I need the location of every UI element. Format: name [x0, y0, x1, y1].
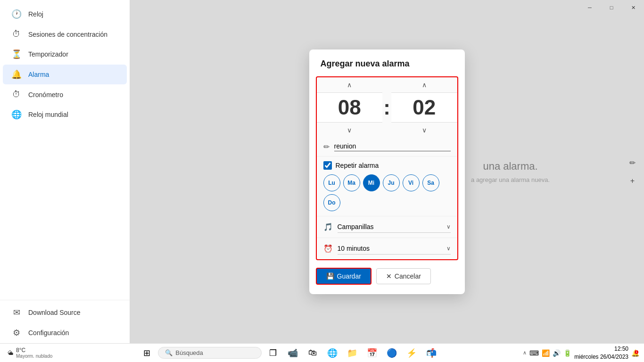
repeat-section: Repetir alarma LuMaMiJuViSaDo [317, 156, 457, 216]
weather-widget[interactable]: 🌥 8°C Mayorm. nublado [4, 345, 56, 361]
minutes-value: 02 [405, 96, 443, 119]
clock-time: 12:50 [574, 345, 628, 353]
repeat-checkbox[interactable] [323, 161, 332, 170]
taskbar-right: ∧ ⌨ 📶 🔊 🔋 12:50 miércoles 26/04/2023 🔔 1 [518, 345, 644, 361]
hours-up-button[interactable]: ∧ [317, 77, 383, 92]
repeat-label: Repetir alarma [323, 161, 451, 170]
sidebar-item-alarma[interactable]: 🔔 Alarma [3, 65, 127, 84]
alarm-name-field: ✏ [317, 138, 457, 156]
nav-label-download: Download Source [28, 309, 81, 316]
edit-icon: ✏ [323, 142, 330, 151]
start-button[interactable]: ⊞ [138, 345, 155, 362]
weather-icon: 🌥 [8, 350, 13, 356]
clock-app[interactable]: 📬 [423, 345, 440, 362]
dialog-title: Agregar nueva alarma [309, 49, 465, 76]
taskview-button[interactable]: ❐ [264, 345, 281, 362]
sidebar-item-concentracion[interactable]: ⏱ Sesiones de concentración [3, 25, 127, 44]
chrome-app[interactable]: 🔵 [383, 345, 400, 362]
day-button-lu[interactable]: Lu [323, 174, 340, 191]
snooze-dropdown-wrapper: 5 minutos10 minutos15 minutos20 minutos … [338, 243, 451, 255]
weather-desc: Mayorm. nublado [16, 354, 52, 359]
day-button-sa[interactable]: Sa [422, 174, 439, 191]
minutes-up-button[interactable]: ∧ [391, 77, 457, 92]
cancel-button[interactable]: ✕ Cancelar [376, 268, 431, 284]
nav-icon-alarma: 🔔 [11, 69, 22, 80]
sidebar-bottom: ✉ Download Source⚙ Configuración [0, 300, 130, 343]
nav-label-temporizador: Temporizador [28, 50, 68, 58]
window-controls: ─ □ ✕ [579, 0, 644, 15]
sidebar-item-mundial[interactable]: 🌐 Reloj mundial [3, 105, 127, 124]
day-button-do[interactable]: Do [323, 194, 340, 211]
sound-dropdown-wrapper: CampanillasTimbreAlarma clásica ∨ [338, 221, 451, 233]
snooze-select[interactable]: 5 minutos10 minutos15 minutos20 minutos [338, 243, 451, 255]
alarm-name-input[interactable] [334, 142, 451, 151]
nav-icon-mundial: 🌐 [11, 109, 22, 120]
day-button-ma[interactable]: Ma [343, 174, 360, 191]
time-picker: ∧ 08 ∨ : ∧ 02 ∨ [317, 77, 457, 138]
tray-icons: ∧ [523, 350, 527, 356]
nav-label-cronometro: Cronómetro [28, 91, 63, 99]
save-button[interactable]: 💾 Guardar [316, 268, 372, 285]
days-row: LuMaMiJuViSaDo [323, 174, 451, 211]
explorer-app[interactable]: 📁 [344, 345, 361, 362]
taskbar-center: ⊞ 🔍 Búsqueda ❐ 📹 🛍 🌐 📁 📅 🔵 ⚡ 📬 [60, 345, 518, 362]
search-icon: 🔍 [165, 349, 173, 356]
save-label: Guardar [337, 272, 361, 280]
edge-app[interactable]: 🌐 [324, 345, 341, 362]
nav-icon-concentracion: ⏱ [11, 29, 22, 39]
clock-date: miércoles 26/04/2023 [574, 353, 628, 361]
sidebar-item-download[interactable]: ✉ Download Source [3, 303, 127, 322]
sidebar: 🕐 Reloj⏱ Sesiones de concentración⏳ Temp… [0, 0, 130, 343]
hours-column: ∧ 08 ∨ [317, 77, 383, 138]
volume-icon: 🔊 [553, 349, 561, 357]
taskbar-search[interactable]: 🔍 Búsqueda [158, 347, 262, 359]
sidebar-item-cronometro[interactable]: ⏱ Cronómetro [3, 85, 127, 104]
taskbar: 🌥 8°C Mayorm. nublado ⊞ 🔍 Búsqueda ❐ 📹 🛍… [0, 343, 644, 362]
snooze-dropdown-row: ⏰ 5 minutos10 minutos15 minutos20 minuto… [317, 238, 457, 259]
music-icon: 🎵 [323, 222, 333, 231]
save-icon: 💾 [326, 272, 334, 280]
sidebar-item-reloj[interactable]: 🕐 Reloj [3, 4, 127, 24]
meets-app[interactable]: 📹 [284, 345, 301, 362]
sound-select[interactable]: CampanillasTimbreAlarma clásica [338, 221, 451, 233]
calendar-app[interactable]: 📅 [363, 345, 380, 362]
maximize-button[interactable]: □ [601, 0, 622, 15]
terminal-app[interactable]: ⚡ [403, 345, 420, 362]
day-button-ju[interactable]: Ju [383, 174, 400, 191]
notification-area[interactable]: 🔔 1 [631, 349, 639, 357]
nav-icon-download: ✉ [11, 307, 22, 318]
nav-icon-temporizador: ⏳ [11, 49, 22, 59]
minutes-down-button[interactable]: ∨ [391, 123, 457, 138]
nav-label-reloj: Reloj [28, 10, 43, 18]
battery-icon: 🔋 [563, 349, 571, 357]
modal-overlay: Agregar nueva alarma ∧ 08 ∨ : ∧ [130, 0, 644, 343]
alarm-config-area: ∧ 08 ∨ : ∧ 02 ∨ [316, 76, 458, 260]
nav-icon-reloj: 🕐 [11, 9, 22, 19]
cancel-label: Cancelar [395, 272, 421, 280]
nav-icon-cronometro: ⏱ [11, 90, 22, 99]
day-button-vi[interactable]: Vi [403, 174, 420, 191]
search-placeholder: Búsqueda [175, 349, 203, 356]
keyboard-icon: ⌨ [529, 349, 539, 357]
nav-label-concentracion: Sesiones de concentración [28, 31, 107, 38]
cancel-icon: ✕ [386, 272, 392, 280]
wifi-icon: 📶 [542, 349, 550, 357]
sidebar-item-temporizador[interactable]: ⏳ Temporizador [3, 44, 127, 64]
dialog-buttons: 💾 Guardar ✕ Cancelar [309, 260, 465, 285]
store-app[interactable]: 🛍 [304, 345, 321, 362]
hours-display: 08 [317, 92, 383, 123]
sidebar-item-config[interactable]: ⚙ Configuración [3, 323, 127, 343]
hours-value: 08 [330, 96, 368, 119]
minimize-button[interactable]: ─ [579, 0, 601, 15]
close-button[interactable]: ✕ [622, 0, 644, 15]
snooze-icon: ⏰ [323, 244, 333, 253]
sound-dropdown-row: 🎵 CampanillasTimbreAlarma clásica ∨ [317, 216, 457, 238]
weather-temp: 8°C [16, 347, 52, 354]
repeat-text: Repetir alarma [336, 162, 379, 169]
hours-down-button[interactable]: ∨ [317, 123, 383, 138]
day-button-mi[interactable]: Mi [363, 174, 380, 191]
nav-icon-config: ⚙ [11, 328, 22, 338]
minutes-column: ∧ 02 ∨ [391, 77, 457, 138]
clock-display[interactable]: 12:50 miércoles 26/04/2023 [574, 345, 628, 361]
taskbar-left: 🌥 8°C Mayorm. nublado [0, 345, 60, 361]
